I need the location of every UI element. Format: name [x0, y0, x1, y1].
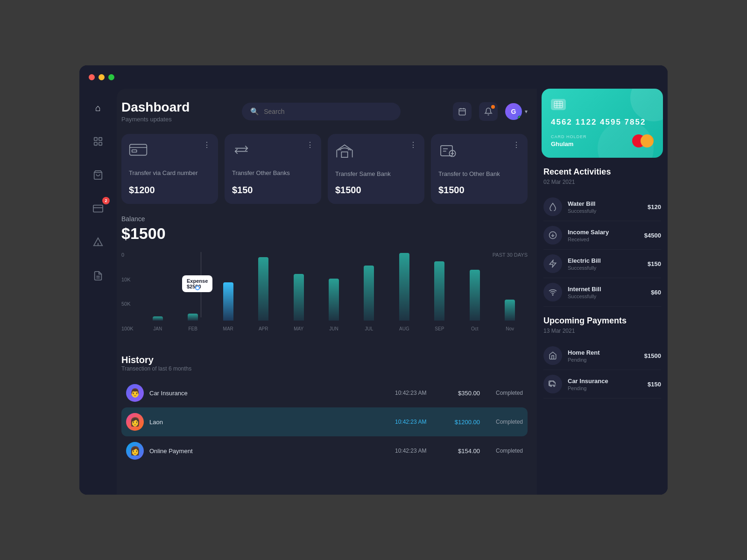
header-right: G ▾ — [453, 102, 528, 121]
search-input[interactable] — [264, 108, 392, 115]
history-amount-1: $1200.00 — [443, 419, 480, 426]
transfer-card-2[interactable]: ⋮ Transfer Same Bank $1500 — [328, 134, 424, 204]
svg-marker-34 — [550, 260, 556, 267]
tooltip-label: Expense — [187, 278, 208, 284]
history-table: 👨 Car Insurance 10:42:23 AM $350.00 Comp… — [121, 378, 528, 465]
bar-mar: MAR — [223, 282, 233, 331]
minimize-button[interactable] — [99, 74, 105, 80]
history-avatar-0: 👨 — [126, 384, 144, 402]
bar-jan: JAN — [153, 316, 163, 331]
history-time-2: 10:42:23 AM — [395, 448, 437, 454]
y-label-50k: 50K — [121, 301, 138, 307]
card-menu-1[interactable]: ⋮ — [306, 140, 315, 149]
activity-item-0[interactable]: Water Bill Successfully $120 — [543, 193, 661, 221]
svg-rect-27 — [554, 101, 563, 108]
transfer-card-0[interactable]: ⋮ Transfer via Card number $1200 — [121, 134, 218, 204]
upcoming-status-0: Pending — [568, 357, 639, 363]
card-chip — [551, 99, 566, 110]
close-button[interactable] — [89, 74, 95, 80]
maximize-button[interactable] — [108, 74, 114, 80]
upcoming-item-0[interactable]: Home Rent Pending $1500 — [543, 342, 661, 370]
sidebar-item-card[interactable]: 2 — [88, 199, 108, 218]
sidebar-item-doc[interactable] — [88, 266, 108, 286]
page-header: Dashboard Payments updates 🔍 — [121, 100, 528, 123]
chart-bars-area: Expense $2500 JAN — [140, 252, 528, 345]
y-label-0: 0 — [121, 252, 138, 258]
history-row-0[interactable]: 👨 Car Insurance 10:42:23 AM $350.00 Comp… — [121, 378, 528, 407]
recent-activities-title: Recent Activities — [543, 167, 661, 177]
card-icon-3 — [438, 142, 520, 161]
bar-feb: FEB — [188, 314, 198, 331]
card-holder-name: Ghulam — [551, 140, 587, 147]
upcoming-name-0: Home Rent — [568, 349, 639, 356]
bank-card: 4562 1122 4595 7852 CARD HOLDER Ghulam — [542, 89, 663, 158]
user-profile[interactable]: G ▾ — [505, 103, 528, 120]
income-salary-icon — [543, 226, 562, 245]
transfer-card-amount-3: $1500 — [438, 185, 520, 196]
svg-rect-5 — [93, 205, 103, 212]
transfer-card-amount-0: $1200 — [129, 185, 211, 196]
sidebar-item-home[interactable]: ⌂ — [88, 98, 108, 118]
tooltip-dot — [195, 286, 200, 290]
transfer-card-label-0: Transfer via Card number — [129, 169, 211, 177]
card-menu-2[interactable]: ⋮ — [409, 140, 418, 149]
history-status-2: Completed — [486, 448, 523, 454]
transfer-card-label-3: Transfer to Other Bank — [438, 170, 520, 178]
activity-name-1: Income Salary — [568, 229, 639, 236]
search-container[interactable]: 🔍 — [242, 103, 401, 120]
svg-rect-3 — [99, 142, 102, 145]
bar-aug: AUG — [399, 253, 409, 331]
mc-orange-circle — [641, 134, 654, 147]
activity-item-2[interactable]: Electric Bill Successfully $150 — [543, 250, 661, 278]
activity-item-3[interactable]: Internet Bill Successfully $60 — [543, 278, 661, 307]
svg-point-35 — [552, 294, 553, 295]
bar-feb-fill — [188, 314, 198, 321]
history-time-0: 10:42:23 AM — [395, 390, 437, 396]
sidebar-item-chart[interactable] — [88, 132, 108, 151]
card-icon-1 — [232, 142, 314, 159]
transfer-card-3[interactable]: ⋮ Transfer to Other Bank $1500 — [431, 134, 528, 204]
activity-status-0: Successfully — [568, 208, 642, 214]
history-amount-0: $350.00 — [443, 390, 480, 397]
bar-may-fill — [294, 274, 304, 321]
history-row-2[interactable]: 👩 Online Payment 10:42:23 AM $154.00 Com… — [121, 436, 528, 465]
card-menu-3[interactable]: ⋮ — [513, 140, 521, 149]
transfer-card-1[interactable]: ⋮ Transfer Other Banks $150 — [225, 134, 321, 204]
history-row-1[interactable]: 👩 Laon 10:42:23 AM $1200.00 Completed — [121, 407, 528, 436]
bar-jun-fill — [329, 279, 339, 321]
activity-name-2: Electric Bill — [568, 257, 642, 264]
bar-jun: JUN — [329, 279, 339, 331]
upcoming-payments-date: 13 Mar 2021 — [543, 328, 661, 334]
card-menu-0[interactable]: ⋮ — [203, 140, 211, 149]
main-content: Dashboard Payments updates 🔍 — [117, 89, 537, 495]
svg-rect-2 — [94, 142, 97, 145]
bar-nov: Nov — [505, 300, 515, 331]
history-avatar-2: 👩 — [126, 442, 144, 460]
balance-section: Balance $1500 — [121, 215, 528, 243]
activity-info-0: Water Bill Successfully — [568, 200, 642, 214]
sidebar-item-tree[interactable] — [88, 232, 108, 252]
history-status-0: Completed — [486, 390, 523, 396]
y-label-10k: 10K — [121, 277, 138, 282]
upcoming-info-1: Car Insurance Pending — [568, 378, 642, 391]
card-icon-2 — [335, 142, 417, 161]
recent-activities-date: 02 Mar 2021 — [543, 179, 661, 185]
bar-sep: SEP — [434, 261, 444, 331]
bar-jul: JUL — [364, 266, 374, 331]
activity-amount-0: $120 — [648, 203, 661, 210]
water-bill-icon — [543, 197, 562, 216]
calendar-button[interactable] — [453, 102, 472, 121]
activity-item-1[interactable]: Income Salary Received $4500 — [543, 221, 661, 250]
activity-name-0: Water Bill — [568, 200, 642, 207]
header-left: Dashboard Payments updates — [121, 100, 190, 123]
sidebar-item-shop[interactable] — [88, 165, 108, 185]
history-amount-2: $154.00 — [443, 448, 480, 455]
history-name-0: Car Insurance — [149, 390, 389, 397]
online-status — [518, 116, 521, 119]
car-insurance-icon — [543, 375, 562, 393]
transfer-cards-grid: ⋮ Transfer via Card number $1200 ⋮ — [121, 134, 528, 204]
upcoming-payments-title: Upcoming Payments — [543, 316, 661, 326]
upcoming-item-1[interactable]: Car Insurance Pending $150 — [543, 370, 661, 399]
activity-name-3: Internet Bill — [568, 286, 645, 293]
notification-button[interactable] — [479, 102, 498, 121]
